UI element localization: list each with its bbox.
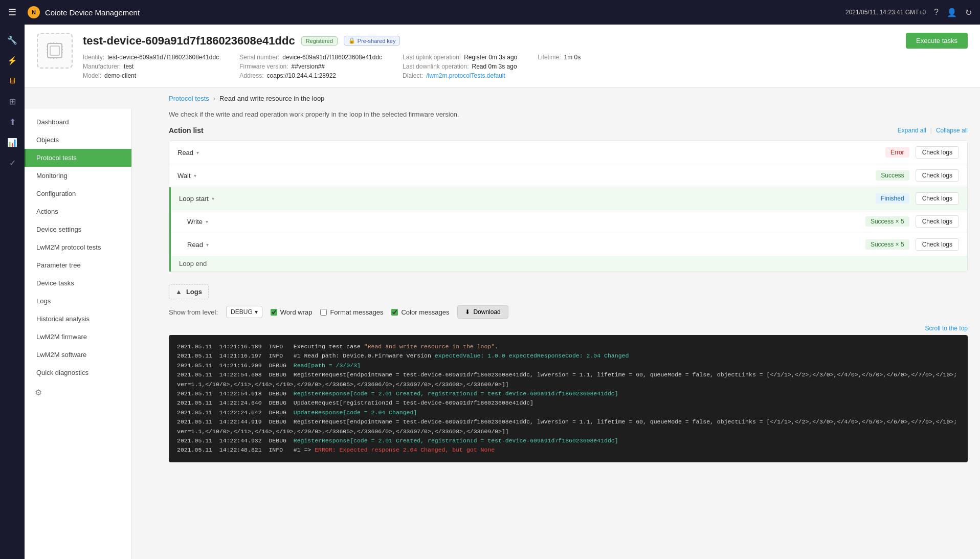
check-logs-button-read-2[interactable]: Check logs bbox=[916, 238, 959, 251]
sidebar-icon-chart[interactable]: 📊 bbox=[2, 133, 23, 151]
content-area: Dashboard Objects Protocol tests Monitor… bbox=[25, 84, 980, 534]
log-line-8: 2021.05.11 14:22:44.919 DEBUG RegisterRe… bbox=[177, 417, 960, 436]
logs-title: Logs bbox=[186, 288, 202, 296]
serial-value: device-609a91d7f186023608e41ddc bbox=[282, 54, 382, 61]
format-messages-checkbox[interactable] bbox=[320, 309, 327, 316]
firmware-value: ##version## bbox=[292, 63, 325, 70]
nav-item-configuration[interactable]: Configuration bbox=[25, 185, 131, 203]
check-logs-button-wait[interactable]: Check logs bbox=[916, 169, 959, 182]
identity-value: test-device-609a91d7f186023608e41ddc bbox=[107, 54, 219, 61]
loop-start-name: Loop start ▾ bbox=[179, 195, 251, 203]
main-content: Protocol tests › Read and write resource… bbox=[157, 84, 980, 534]
collapse-all-link[interactable]: Collapse all bbox=[936, 127, 968, 134]
refresh-icon[interactable]: ↻ bbox=[965, 8, 972, 17]
action-row-write: Write ▾ Success × 5 Check logs bbox=[171, 210, 967, 233]
device-header: test-device-609a91d7f186023608e41ddc Reg… bbox=[25, 25, 980, 88]
dialect-value[interactable]: /lwm2m.protocolTests.default bbox=[426, 72, 505, 79]
nav-item-parameter-tree[interactable]: Parameter tree bbox=[25, 256, 131, 274]
status-badge-loop-start: Finished bbox=[876, 193, 909, 204]
navbar-brand: ☰ N Coiote Device Management bbox=[8, 6, 845, 18]
help-icon[interactable]: ? bbox=[934, 8, 939, 17]
nav-item-lwm2m-protocol-tests[interactable]: LwM2M protocol tests bbox=[25, 238, 131, 256]
log-line-5: 2021.05.11 14:22:54.618 DEBUG RegisterRe… bbox=[177, 389, 960, 398]
sidebar-icon-monitor[interactable]: 🖥 bbox=[2, 72, 23, 90]
chevron-down-icon-read-2[interactable]: ▾ bbox=[206, 242, 209, 248]
sidebar-icon-layers[interactable]: ⊞ bbox=[2, 92, 23, 110]
color-messages-checkbox[interactable] bbox=[391, 309, 398, 316]
lifetime-value: 1m 0s bbox=[564, 54, 581, 61]
navbar-title: Coiote Device Management bbox=[45, 8, 140, 17]
nav-item-lwm2m-firmware[interactable]: LwM2M firmware bbox=[25, 328, 131, 346]
expand-collapse-separator: | bbox=[930, 127, 932, 134]
execute-tasks-button[interactable]: Execute tasks bbox=[906, 33, 968, 49]
format-messages-checkbox-label[interactable]: Format messages bbox=[320, 308, 383, 316]
nav-item-actions[interactable]: Actions bbox=[25, 203, 131, 220]
action-list-title: Action list bbox=[169, 126, 204, 135]
nav-item-lwm2m-software[interactable]: LwM2M software bbox=[25, 346, 131, 364]
hamburger-icon[interactable]: ☰ bbox=[8, 7, 16, 18]
chevron-down-icon-wait[interactable]: ▾ bbox=[194, 173, 196, 178]
status-badge-read-1: Error bbox=[885, 147, 909, 158]
word-wrap-checkbox-label[interactable]: Word wrap bbox=[271, 308, 313, 316]
badge-registered: Registered bbox=[301, 36, 338, 46]
model-value: demo-client bbox=[104, 72, 136, 79]
manufacturer-value: test bbox=[124, 63, 133, 70]
action-list-header: Action list Expand all | Collapse all bbox=[169, 126, 968, 135]
scroll-to-top[interactable]: Scroll to the top bbox=[169, 325, 968, 332]
breadcrumb-link[interactable]: Protocol tests bbox=[169, 95, 209, 102]
downlink-label: Last downlink operation: bbox=[403, 63, 469, 70]
logs-header-bar[interactable]: ▲ Logs bbox=[169, 284, 209, 299]
address-value: coaps://10.244.4.1:28922 bbox=[267, 72, 336, 79]
chevron-down-icon-write[interactable]: ▾ bbox=[206, 219, 208, 225]
chevron-down-icon-loglevel: ▾ bbox=[255, 308, 258, 316]
expand-collapse-controls: Expand all | Collapse all bbox=[898, 127, 968, 134]
nav-item-monitoring[interactable]: Monitoring bbox=[25, 167, 131, 185]
nav-item-device-settings[interactable]: Device settings bbox=[25, 220, 131, 238]
log-level-select[interactable]: DEBUG ▾ bbox=[226, 306, 262, 318]
check-logs-button-read-1[interactable]: Check logs bbox=[916, 146, 959, 159]
nav-item-device-tasks[interactable]: Device tasks bbox=[25, 274, 131, 292]
navbar-right: 2021/05/11, 14:23:41 GMT+0 ? 👤 ↻ bbox=[845, 8, 972, 17]
check-logs-button-write[interactable]: Check logs bbox=[916, 215, 959, 228]
sidebar-icon-upload[interactable]: ⬆ bbox=[2, 113, 23, 131]
nav-item-objects[interactable]: Objects bbox=[25, 131, 131, 149]
sidebar-icon-bolt[interactable]: ⚡ bbox=[2, 51, 23, 70]
nav-item-logs[interactable]: Logs bbox=[25, 292, 131, 310]
status-badge-write: Success × 5 bbox=[865, 216, 909, 227]
logs-collapse-icon: ▲ bbox=[175, 288, 182, 296]
identity-label: Identity: bbox=[83, 54, 104, 61]
navbar-logo: N bbox=[28, 6, 40, 18]
check-logs-button-loop-start[interactable]: Check logs bbox=[916, 192, 959, 205]
breadcrumb-separator: › bbox=[213, 95, 215, 102]
nav-item-protocol-tests[interactable]: Protocol tests bbox=[25, 149, 131, 167]
serial-label: Serial number: bbox=[239, 54, 279, 61]
show-from-label: Show from level: bbox=[169, 308, 218, 316]
navbar-datetime: 2021/05/11, 14:23:41 GMT+0 bbox=[845, 9, 926, 16]
user-icon[interactable]: 👤 bbox=[947, 8, 957, 17]
chevron-down-icon-loop[interactable]: ▾ bbox=[212, 196, 214, 202]
chevron-down-icon[interactable]: ▾ bbox=[196, 150, 199, 155]
loop-container: Loop start ▾ Finished Check logs Write ▾… bbox=[169, 187, 967, 272]
page-description: We check if the write and read operation… bbox=[169, 110, 968, 118]
action-row-read-2: Read ▾ Success × 5 Check logs bbox=[171, 233, 967, 256]
action-row-wait: Wait ▾ Success Check logs bbox=[169, 164, 967, 187]
sidebar-icon-check[interactable]: ✓ bbox=[2, 153, 23, 172]
downlink-value: Read 0m 3s ago bbox=[472, 63, 517, 70]
color-messages-checkbox-label[interactable]: Color messages bbox=[391, 308, 449, 316]
svg-rect-1 bbox=[50, 46, 59, 55]
nav-item-historical-analysis[interactable]: Historical analysis bbox=[25, 310, 131, 328]
nav-item-quick-diagnostics[interactable]: Quick diagnostics bbox=[25, 364, 131, 382]
sidebar-icon-wrench[interactable]: 🔧 bbox=[2, 31, 23, 49]
device-meta: Identity: test-device-609a91d7f186023608… bbox=[83, 54, 968, 79]
download-button[interactable]: ⬇ Download bbox=[457, 305, 508, 319]
nav-item-dashboard[interactable]: Dashboard bbox=[25, 113, 131, 131]
expand-all-link[interactable]: Expand all bbox=[898, 127, 926, 134]
settings-icon[interactable]: ⚙ bbox=[35, 388, 42, 397]
badge-psk: 🔒 Pre-shared key bbox=[344, 36, 400, 46]
log-line-3: 2021.05.11 14:21:16.209 DEBUG Read[path … bbox=[177, 361, 960, 370]
log-output: 2021.05.11 14:21:16.189 INFO Executing t… bbox=[169, 335, 968, 462]
log-line-9: 2021.05.11 14:22:44.932 DEBUG RegisterRe… bbox=[177, 436, 960, 445]
word-wrap-checkbox[interactable] bbox=[271, 309, 277, 316]
loop-end: Loop end bbox=[171, 256, 967, 272]
action-name-wait: Wait ▾ bbox=[177, 172, 229, 180]
